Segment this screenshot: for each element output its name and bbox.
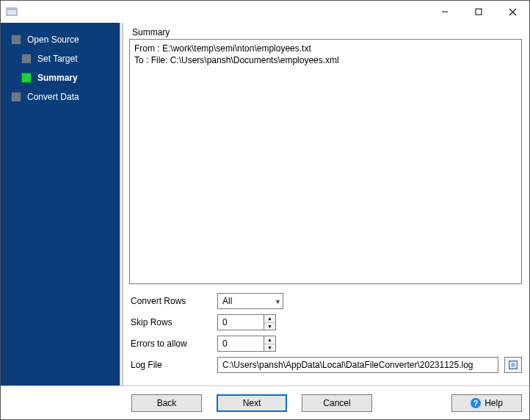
chevron-down-icon: ▾ <box>276 297 280 305</box>
convert-rows-value: All <box>222 296 232 306</box>
help-button-label: Help <box>484 398 503 408</box>
button-bar-container: Back Next Cancel ? Help <box>1 385 529 419</box>
spinner-up-icon[interactable]: ▲ <box>264 336 275 344</box>
help-button[interactable]: ? Help <box>451 394 522 412</box>
nav-label: Summary <box>37 73 78 83</box>
nav-item-convert-data[interactable]: Convert Data <box>5 87 120 106</box>
nav-label: Convert Data <box>27 92 79 102</box>
cancel-button[interactable]: Cancel <box>302 394 372 412</box>
browse-icon <box>508 360 518 370</box>
nav-item-summary[interactable]: Summary <box>5 68 120 87</box>
back-button-label: Back <box>157 398 177 408</box>
svg-rect-7 <box>511 363 515 366</box>
log-file-value: C:\Users\pansh\AppData\Local\DataFileCon… <box>222 360 473 370</box>
row-log-file: Log File C:\Users\pansh\AppData\Local\Da… <box>129 357 522 373</box>
nav-item-open-source[interactable]: Open Source <box>5 30 120 49</box>
skip-rows-spinner[interactable]: 0 ▲ ▼ <box>217 314 276 330</box>
skip-rows-value: 0 <box>218 315 264 330</box>
help-icon: ? <box>471 398 481 408</box>
log-file-browse-button[interactable] <box>504 357 522 373</box>
button-bar: Back Next Cancel ? Help <box>1 386 529 419</box>
convert-rows-label: Convert Rows <box>129 296 217 306</box>
row-convert-rows: Convert Rows All ▾ <box>129 293 522 309</box>
spinner-buttons: ▲ ▼ <box>264 315 275 330</box>
skip-rows-label: Skip Rows <box>129 317 217 327</box>
nav-list: Open Source Set Target Summary Convert D… <box>5 30 120 106</box>
options-form: Convert Rows All ▾ Skip Rows 0 ▲ ▼ <box>129 293 522 378</box>
maximize-button[interactable] <box>462 1 495 23</box>
row-skip-rows: Skip Rows 0 ▲ ▼ <box>129 314 522 330</box>
body-area: Open Source Set Target Summary Convert D… <box>1 23 529 385</box>
nav-box-icon <box>11 92 21 102</box>
log-file-input[interactable]: C:\Users\pansh\AppData\Local\DataFileCon… <box>217 357 498 373</box>
convert-rows-select[interactable]: All ▾ <box>217 293 283 309</box>
nav-box-icon <box>21 54 32 64</box>
app-icon <box>5 5 18 18</box>
spinner-down-icon[interactable]: ▼ <box>264 323 275 330</box>
app-window: Open Source Set Target Summary Convert D… <box>0 0 530 420</box>
next-button-label: Next <box>243 398 261 408</box>
svg-rect-1 <box>7 8 17 10</box>
nav-item-set-target[interactable]: Set Target <box>5 49 120 68</box>
log-file-label: Log File <box>129 360 217 370</box>
back-button[interactable]: Back <box>131 394 202 412</box>
window-controls <box>428 1 529 23</box>
cancel-button-label: Cancel <box>323 398 350 408</box>
summary-textbox[interactable]: From : E:\work\temp\semi\nton\employees.… <box>129 39 522 284</box>
row-errors-to-allow: Errors to allow 0 ▲ ▼ <box>129 336 522 352</box>
next-button[interactable]: Next <box>217 394 287 412</box>
close-button[interactable] <box>495 1 529 23</box>
summary-group-title: Summary <box>132 27 522 37</box>
nav-box-icon <box>11 35 21 45</box>
titlebar <box>1 1 529 23</box>
main-panel: Summary From : E:\work\temp\semi\nton\em… <box>123 23 529 385</box>
spinner-buttons: ▲ ▼ <box>264 336 275 351</box>
spinner-down-icon[interactable]: ▼ <box>264 344 275 352</box>
minimize-button[interactable] <box>428 1 462 23</box>
nav-label: Open Source <box>27 35 79 45</box>
errors-spinner[interactable]: 0 ▲ ▼ <box>217 336 276 352</box>
errors-label: Errors to allow <box>129 338 217 349</box>
svg-rect-3 <box>476 9 482 15</box>
sidebar: Open Source Set Target Summary Convert D… <box>1 23 120 385</box>
nav-label: Set Target <box>37 54 77 64</box>
spinner-up-icon[interactable]: ▲ <box>264 315 275 323</box>
errors-value: 0 <box>218 336 264 351</box>
nav-box-icon <box>21 73 32 83</box>
